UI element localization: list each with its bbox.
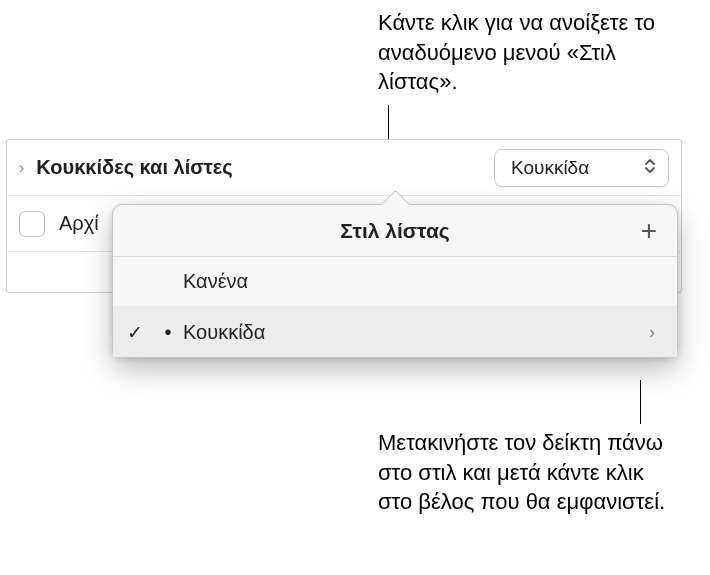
callout-line-bottom [640,380,641,424]
popover-list: ✓ • Κανένα ✓ • Κουκκίδα › [113,257,677,357]
popover-header: Στιλ λίστας + [113,205,677,257]
list-item-label: Κουκκίδα [179,321,643,344]
list-item-bullet[interactable]: ✓ • Κουκκίδα › [113,307,677,357]
bullets-lists-row: › Κουκκίδες και λίστες Κουκκίδα [7,140,681,196]
bullet-preview-icon: • [157,321,179,344]
list-item-label: Κανένα [179,270,661,293]
callout-bottom: Μετακινήστε τον δείκτη πάνω στο στιλ και… [378,428,668,517]
checkmark-icon: ✓ [113,321,157,344]
list-style-popover: Στιλ λίστας + ✓ • Κανένα ✓ • Κουκκίδα › [112,204,678,358]
add-style-button[interactable]: + [633,215,665,247]
truncated-label: Αρχί [59,212,99,235]
arrow-right-icon[interactable]: › [643,320,661,345]
callout-top: Κάντε κλικ για να ανοίξετε το αναδυόμενο… [378,8,658,97]
popover-title: Στιλ λίστας [340,219,449,243]
popup-button-value: Κουκκίδα [511,157,589,179]
checkbox[interactable] [19,211,45,237]
section-label: Κουκκίδες και λίστες [36,156,494,179]
disclosure-right-icon[interactable]: › [19,159,24,177]
list-style-popup-button[interactable]: Κουκκίδα [494,149,669,187]
chevron-down-icon [644,157,656,179]
list-item-none[interactable]: ✓ • Κανένα [113,257,677,307]
